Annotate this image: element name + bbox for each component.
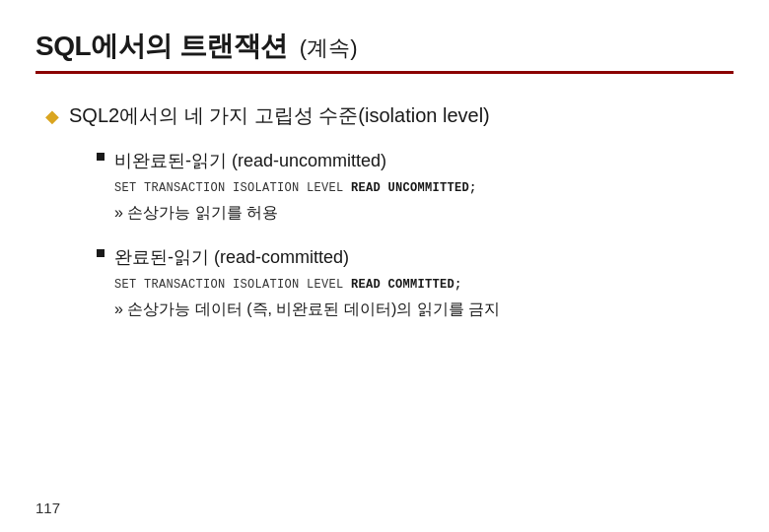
code-block-2: SET TRANSACTION ISOLATION LEVEL READ COM…	[114, 278, 734, 292]
header-section: SQL에서의 트랜잭션 (계속)	[35, 28, 734, 65]
page-subtitle: (계속)	[300, 33, 358, 63]
arrow-text-2: » 손상가능 데이터 (즉, 비완료된 데이터)의 읽기를 금지	[114, 299, 500, 320]
header-divider	[35, 71, 734, 74]
sub-item-1-label-row: 비완료된-읽기 (read-uncommitted)	[97, 149, 734, 173]
page-container: SQL에서의 트랜잭션 (계속) ◆ SQL2에서의 네 가지 고립성 수준(i…	[0, 0, 769, 532]
sub-item-1: 비완료된-읽기 (read-uncommitted) SET TRANSACTI…	[97, 149, 734, 224]
sub-item-2: 완료된-읽기 (read-committed) SET TRANSACTION …	[97, 245, 734, 320]
main-bullet-row: ◆ SQL2에서의 네 가지 고립성 수준(isolation level)	[45, 101, 734, 129]
content-area: ◆ SQL2에서의 네 가지 고립성 수준(isolation level) 비…	[35, 101, 734, 320]
sub-item-2-label: 완료된-읽기 (read-committed)	[114, 245, 349, 270]
arrow-item-2: » 손상가능 데이터 (즉, 비완료된 데이터)의 읽기를 금지	[114, 299, 734, 320]
square-bullet-icon-1	[97, 153, 105, 161]
code-keyword-2: READ COMMITTED;	[351, 278, 462, 292]
page-number: 117	[35, 499, 60, 516]
code-normal-1: SET TRANSACTION ISOLATION LEVEL	[114, 181, 351, 195]
code-normal-2: SET TRANSACTION ISOLATION LEVEL	[114, 278, 351, 292]
code-keyword-1: READ UNCOMMITTED;	[351, 181, 477, 195]
square-bullet-icon-2	[97, 249, 105, 257]
main-bullet-text: SQL2에서의 네 가지 고립성 수준(isolation level)	[69, 101, 490, 129]
sub-items-list: 비완료된-읽기 (read-uncommitted) SET TRANSACTI…	[45, 149, 734, 320]
arrow-item-1: » 손상가능 읽기를 허용	[114, 203, 734, 224]
code-block-1: SET TRANSACTION ISOLATION LEVEL READ UNC…	[114, 181, 734, 195]
diamond-bullet-icon: ◆	[45, 107, 59, 125]
sub-item-1-label: 비완료된-읽기 (read-uncommitted)	[114, 149, 386, 173]
arrow-text-1: » 손상가능 읽기를 허용	[114, 203, 278, 224]
sub-item-2-label-row: 완료된-읽기 (read-committed)	[97, 245, 734, 270]
page-title: SQL에서의 트랜잭션	[35, 28, 288, 65]
